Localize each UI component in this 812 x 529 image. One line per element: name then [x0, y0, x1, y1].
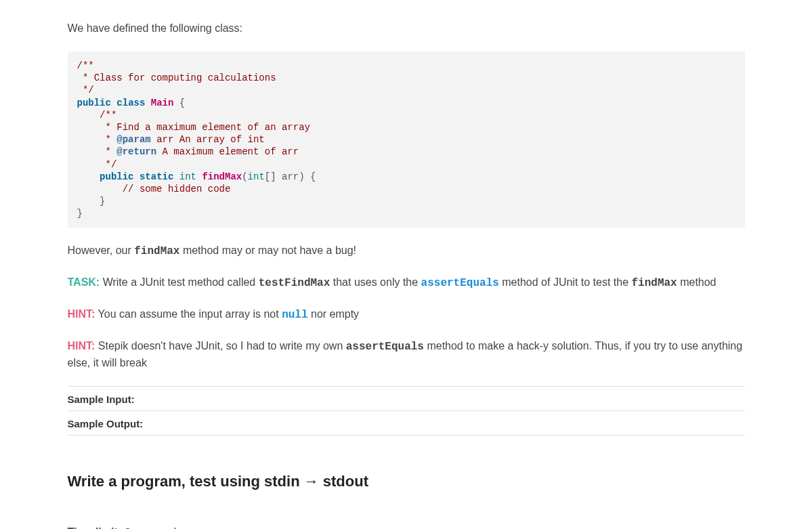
hint-label: HINT:	[68, 308, 95, 320]
code-comment: arr An array of int	[151, 134, 265, 145]
code-text: (	[242, 171, 247, 182]
content: We have defined the following class: /**…	[60, 20, 753, 529]
paragraph-task: TASK: Write a JUnit test method called t…	[68, 274, 745, 291]
sample-output-header: Sample Output:	[68, 410, 745, 436]
code-type: int	[248, 171, 265, 182]
code-comment: */	[77, 85, 94, 96]
code-text: {	[173, 98, 185, 108]
code-comment: * Find a maximum element of an array	[77, 122, 310, 133]
time-limit-label: Time limit:	[68, 526, 125, 529]
code-text: }	[77, 208, 83, 219]
code-comment: *	[77, 134, 117, 145]
inline-code: findMax	[134, 245, 179, 257]
section-heading: Write a program, test using stdin → stdo…	[68, 473, 745, 490]
text: nor empty	[308, 308, 360, 320]
code-comment: */	[77, 159, 117, 170]
text: that uses only the	[330, 276, 421, 288]
inline-code: findMax	[631, 277, 677, 289]
code-text: }	[77, 196, 106, 207]
code-block: /** * Class for computing calculations *…	[68, 51, 745, 228]
intro-text: We have defined the following class:	[68, 20, 745, 37]
inline-code: testFindMax	[259, 277, 330, 289]
task-label: TASK:	[68, 276, 100, 288]
paragraph-however: However, our findMax method may or may n…	[68, 242, 745, 259]
paragraph-hint2: HINT: Stepik doesn't have JUnit, so I ha…	[68, 338, 745, 371]
code-keyword: class	[116, 98, 145, 108]
time-limit: Time limit: 8 seconds	[68, 524, 745, 529]
code-keyword: public	[77, 98, 111, 108]
text: Stepik doesn't have JUnit, so I had to w…	[95, 340, 345, 352]
code-keyword: static	[140, 171, 173, 182]
hint-label: HINT:	[68, 340, 95, 352]
sample-input-header: Sample Input:	[68, 386, 745, 410]
code-doctag: @param	[116, 134, 150, 145]
inline-code-link[interactable]: null	[282, 309, 307, 321]
code-doctag: @return	[116, 146, 156, 157]
code-type: int	[179, 171, 196, 182]
text: You can assume the input array is not	[95, 308, 282, 320]
inline-code: assertEquals	[346, 341, 424, 353]
code-comment: // some hidden code	[77, 184, 231, 194]
limits: Time limit: 8 seconds Memory limit: 256 …	[68, 524, 745, 529]
code-method: findMax	[202, 171, 242, 182]
code-comment: /**	[77, 60, 94, 71]
text: method may or may not have a bug!	[179, 245, 356, 256]
code-class: Main	[151, 98, 174, 108]
code-text	[77, 171, 100, 182]
code-comment: /**	[77, 110, 117, 121]
inline-code-link[interactable]: assertEquals	[421, 277, 499, 289]
text: method	[677, 276, 717, 288]
paragraph-hint1: HINT: You can assume the input array is …	[68, 306, 745, 323]
code-text: [] arr) {	[265, 171, 316, 182]
code-keyword: public	[100, 171, 133, 182]
text: Write a JUnit test method called	[100, 276, 258, 288]
text: method of JUnit to test the	[499, 276, 632, 288]
code-comment: *	[77, 146, 117, 157]
code-comment: * Class for computing calculations	[77, 72, 276, 83]
text: However, our	[68, 245, 135, 256]
code-comment: A maximum element of arr	[156, 146, 299, 157]
